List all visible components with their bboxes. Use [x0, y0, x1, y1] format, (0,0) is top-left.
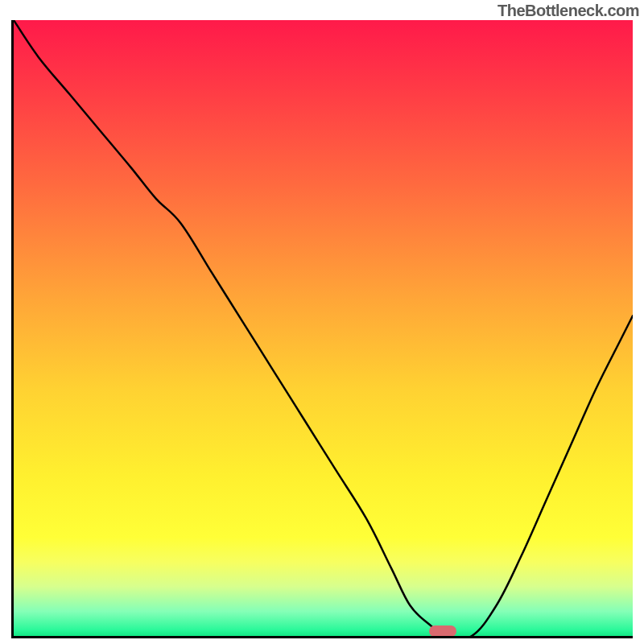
- watermark-text: TheBottleneck.com: [497, 2, 639, 20]
- optimal-marker-pill: [429, 625, 456, 637]
- plot-area: [11, 20, 633, 638]
- bottleneck-curve: [14, 20, 633, 636]
- chart-container: TheBottleneck.com: [0, 0, 644, 644]
